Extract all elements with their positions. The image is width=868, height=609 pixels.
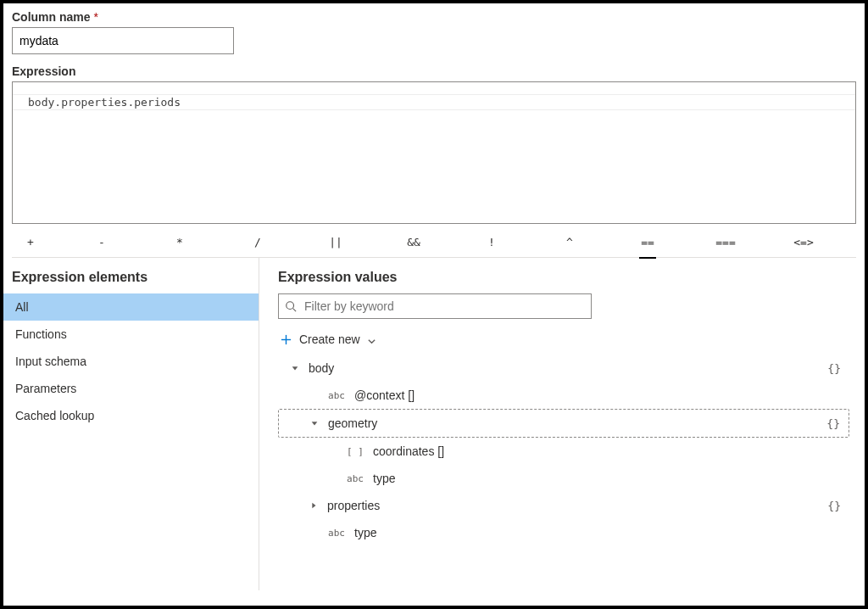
column-name-input[interactable] — [12, 27, 234, 54]
elements-title: Expression elements — [3, 270, 259, 293]
elements-item[interactable]: Functions — [3, 321, 259, 348]
type-glyph: abc — [346, 473, 364, 484]
type-glyph: abc — [327, 390, 346, 401]
elements-item[interactable]: All — [3, 293, 259, 321]
tree-node[interactable]: properties{} — [278, 492, 849, 519]
object-badge: {} — [827, 362, 846, 375]
operator-button[interactable]: || — [297, 236, 375, 249]
operator-button[interactable]: / — [219, 236, 297, 249]
operator-button[interactable]: + — [12, 236, 63, 249]
filter-input[interactable] — [278, 293, 592, 319]
tree-node[interactable]: abc@context [] — [278, 382, 849, 409]
search-icon — [285, 300, 297, 312]
elements-item[interactable]: Input schema — [3, 348, 259, 375]
tree-node[interactable]: body{} — [278, 355, 849, 382]
expression-text: body.properties.periods — [13, 94, 855, 110]
operator-button[interactable]: ^ — [531, 236, 609, 249]
create-new-button[interactable]: Create new — [278, 329, 849, 355]
svg-marker-5 — [312, 422, 318, 425]
expression-label: Expression — [12, 64, 856, 78]
svg-marker-6 — [312, 503, 315, 509]
tree-node[interactable]: [ ]coordinates [] — [278, 438, 849, 465]
type-glyph: abc — [327, 528, 346, 539]
operator-button[interactable]: - — [63, 236, 141, 249]
tree-node-label: type — [373, 472, 395, 485]
operator-button[interactable]: == — [609, 236, 687, 249]
create-new-label: Create new — [299, 332, 360, 346]
svg-point-0 — [287, 302, 294, 310]
tree-node[interactable]: abctype — [278, 465, 849, 492]
elements-item[interactable]: Parameters — [3, 375, 259, 402]
operator-button[interactable]: ! — [453, 236, 531, 249]
object-badge: {} — [827, 500, 846, 512]
required-indicator: * — [93, 10, 97, 24]
type-glyph: [ ] — [346, 446, 364, 457]
schema-tree: body{}abc@context []geometry{}[ ]coordin… — [278, 355, 849, 546]
values-title: Expression values — [278, 270, 849, 293]
caret-right-icon[interactable] — [309, 500, 319, 511]
operators-toolbar: +-*/||&&!^=====<=> — [12, 224, 856, 258]
caret-down-icon[interactable] — [290, 363, 300, 373]
expression-editor[interactable]: body.properties.periods — [12, 81, 856, 224]
tree-node-label: properties — [327, 499, 380, 512]
expression-builder-panel: Column name * Expression body.properties… — [0, 0, 868, 609]
tree-node-label: type — [354, 526, 376, 539]
operator-button[interactable]: <=> — [765, 236, 843, 249]
svg-line-1 — [293, 309, 297, 312]
caret-down-icon[interactable] — [309, 418, 320, 428]
tree-node[interactable]: geometry{} — [278, 409, 849, 438]
plus-icon — [280, 333, 292, 346]
tree-node-label: coordinates [] — [373, 444, 444, 458]
expression-elements-pane: Expression elements AllFunctionsInput sc… — [3, 258, 259, 590]
svg-marker-4 — [292, 366, 298, 370]
operator-button[interactable]: && — [375, 236, 453, 249]
operator-button[interactable]: * — [141, 236, 219, 249]
expression-values-pane: Expression values Create new — [259, 258, 865, 590]
tree-node-label: @context [] — [354, 388, 415, 402]
tree-node-label: geometry — [328, 416, 377, 430]
operator-button[interactable]: === — [687, 236, 765, 249]
tree-node[interactable]: abctype — [278, 519, 849, 546]
elements-item[interactable]: Cached lookup — [3, 402, 259, 429]
tree-node-label: body — [309, 361, 334, 375]
column-name-label: Column name * — [12, 10, 856, 24]
chevron-down-icon — [367, 335, 376, 344]
object-badge: {} — [826, 417, 845, 430]
